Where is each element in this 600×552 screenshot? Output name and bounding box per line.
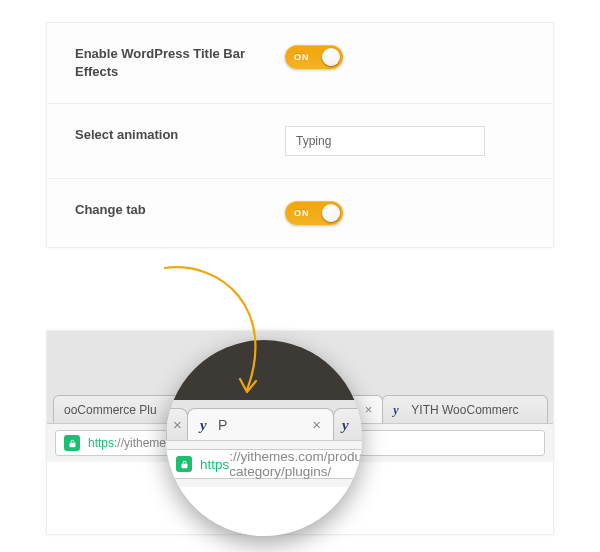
close-icon[interactable]: × — [365, 402, 373, 417]
lock-icon — [64, 435, 80, 451]
tab-title: ooCommerce Plu — [64, 403, 157, 417]
toggle-knob — [322, 204, 340, 222]
setting-control: Typing — [285, 126, 525, 156]
lock-icon — [176, 456, 192, 472]
settings-panel: Enable WordPress Title Bar Effects ON Se… — [46, 22, 554, 248]
setting-label: Enable WordPress Title Bar Effects — [75, 45, 285, 81]
browser-tab[interactable]: y YITH WooCommerc — [382, 395, 548, 423]
setting-row-title-bar-effects: Enable WordPress Title Bar Effects ON — [47, 23, 553, 104]
url-scheme: https — [88, 436, 114, 450]
toggle-change-tab[interactable]: ON — [285, 201, 343, 225]
setting-row-change-tab: Change tab ON — [47, 179, 553, 247]
toggle-text: ON — [294, 52, 310, 62]
toggle-text: ON — [294, 208, 310, 218]
setting-row-select-animation: Select animation Typing — [47, 104, 553, 179]
favicon-icon: y — [393, 404, 405, 416]
url-scheme: https — [200, 457, 229, 472]
mag-tabstrip: × y P × y — [166, 400, 362, 440]
setting-control: ON — [285, 201, 525, 225]
select-animation[interactable]: Typing — [285, 126, 485, 156]
tab-title: P — [218, 417, 227, 433]
toggle-title-bar-effects[interactable]: ON — [285, 45, 343, 69]
select-value: Typing — [296, 134, 331, 148]
magnifier-zoom: × y P × y https://yithemes.com/product-c… — [166, 340, 362, 536]
setting-label: Change tab — [75, 201, 285, 219]
tab-title: YITH WooCommerc — [411, 403, 518, 417]
toggle-knob — [322, 48, 340, 66]
mag-tab-left[interactable]: × — [166, 408, 188, 440]
favicon-icon: y — [342, 419, 354, 431]
favicon-icon: y — [200, 419, 212, 431]
close-icon[interactable]: × — [173, 416, 182, 433]
setting-label: Select animation — [75, 126, 285, 144]
mag-address-wrap: https://yithemes.com/product-category/pl… — [166, 440, 362, 487]
setting-control: ON — [285, 45, 525, 69]
close-icon[interactable]: × — [312, 416, 321, 433]
mag-address-bar[interactable]: https://yithemes.com/product-category/pl… — [166, 449, 362, 479]
url-rest: ://yithemes.com/product-category/plugins… — [229, 449, 362, 479]
mag-tab-center[interactable]: y P × — [187, 408, 334, 440]
mag-tab-right[interactable]: y — [333, 408, 362, 440]
